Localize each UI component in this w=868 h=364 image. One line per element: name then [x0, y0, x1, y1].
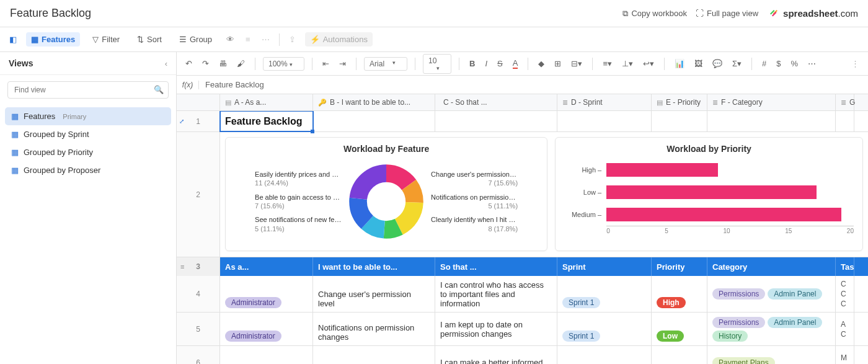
- cell-as[interactable]: Administrator: [220, 313, 313, 345]
- cell-priority[interactable]: [652, 346, 707, 364]
- more-format-icon[interactable]: ⋯: [805, 58, 818, 69]
- text-color-icon[interactable]: A: [510, 57, 521, 70]
- filter-button[interactable]: ▽ Filter: [87, 32, 125, 47]
- chart-legend-label: Notifications on permission...: [431, 193, 518, 202]
- column-header[interactable]: ▤E - Priority: [652, 94, 707, 110]
- sidebar-view-item[interactable]: ▦Grouped by Proposer: [5, 161, 171, 179]
- cell-category[interactable]: PermissionsAdmin Panel: [707, 276, 836, 312]
- column-header[interactable]: ≣D - Sprint: [557, 94, 652, 110]
- zoom-select[interactable]: 100% ▾: [263, 57, 304, 71]
- cell-as[interactable]: [220, 346, 313, 364]
- percent-icon[interactable]: %: [789, 58, 801, 69]
- share-icon[interactable]: ⇪: [287, 33, 298, 46]
- cell-category[interactable]: Payment Plans: [707, 346, 836, 364]
- column-header[interactable]: 🔑B - I want to be able to...: [313, 94, 435, 110]
- cell-sothat[interactable]: I am kept up to date on permission chang…: [435, 313, 557, 345]
- row-number[interactable]: 4: [177, 276, 220, 312]
- cell-priority[interactable]: High: [652, 276, 707, 312]
- table-header-cell[interactable]: As a...: [220, 257, 313, 276]
- table-header-cell[interactable]: I want to be able to...: [313, 257, 435, 276]
- hide-fields-icon[interactable]: 👁: [224, 33, 236, 46]
- cell[interactable]: [435, 111, 557, 131]
- cell-sprint[interactable]: [557, 346, 652, 364]
- sort-button[interactable]: ⇅ Sort: [132, 32, 167, 47]
- comment-icon[interactable]: 💬: [710, 58, 725, 69]
- undo-icon[interactable]: ↶: [183, 58, 195, 69]
- cell-tasks[interactable]: AC: [836, 313, 854, 345]
- formula-input[interactable]: Feature Backlog: [199, 78, 868, 92]
- more-icon[interactable]: ⋯: [260, 33, 272, 46]
- fill-color-icon[interactable]: ◆: [536, 58, 547, 69]
- valign-icon[interactable]: ⊥▾: [619, 58, 636, 69]
- cell-want[interactable]: Notifications on permission changes: [313, 313, 435, 345]
- borders-icon[interactable]: ⊞: [552, 58, 564, 69]
- sidebar-view-item[interactable]: ▦FeaturesPrimary: [5, 107, 171, 125]
- cell-sprint[interactable]: Sprint 1: [557, 276, 652, 312]
- sidebar-view-item[interactable]: ▦Grouped by Sprint: [5, 125, 171, 143]
- column-header[interactable]: C - So that ...: [435, 94, 557, 110]
- bold-icon[interactable]: B: [467, 58, 477, 69]
- cell-want[interactable]: Clearly identify when I hit a: [313, 346, 435, 364]
- column-header[interactable]: ▤A - As a...: [220, 94, 313, 110]
- merge-icon[interactable]: ⊟▾: [569, 58, 585, 69]
- column-header[interactable]: ≣G: [836, 94, 854, 110]
- row-number[interactable]: 6: [177, 346, 220, 364]
- row-height-icon[interactable]: ≡: [244, 33, 252, 46]
- cell-priority[interactable]: Low: [652, 313, 707, 345]
- menu-icon[interactable]: ⋮: [849, 58, 862, 69]
- table-header-cell[interactable]: Tas: [836, 257, 854, 276]
- cell-category[interactable]: PermissionsAdmin PanelHistory: [707, 313, 836, 345]
- redo-icon[interactable]: ↷: [200, 58, 211, 69]
- halign-icon[interactable]: ≡▾: [600, 58, 614, 69]
- cell-sothat[interactable]: I can make a better informed: [435, 346, 557, 364]
- cell-sprint[interactable]: Sprint 1: [557, 313, 652, 345]
- cell[interactable]: [313, 111, 435, 131]
- cell[interactable]: [707, 111, 836, 131]
- table-header-cell[interactable]: Category: [707, 257, 836, 276]
- expand-icon[interactable]: ⤢: [179, 118, 184, 125]
- table-header-cell[interactable]: Sprint: [557, 257, 652, 276]
- font-select[interactable]: Arial ▾: [364, 57, 407, 71]
- row-number[interactable]: 2: [177, 132, 220, 257]
- automations-label: Automations: [323, 35, 368, 44]
- table-header-cell[interactable]: So that ...: [435, 257, 557, 276]
- fontsize-select[interactable]: 10 ▾: [423, 54, 451, 74]
- cell[interactable]: [652, 111, 707, 131]
- wrap-icon[interactable]: ↩▾: [640, 58, 657, 69]
- functions-icon[interactable]: Σ▾: [730, 58, 744, 69]
- task-initial: C: [841, 290, 846, 298]
- paint-format-icon[interactable]: 🖌: [234, 58, 247, 69]
- full-page-view-button[interactable]: ⛶ Full page view: [696, 9, 758, 19]
- group-button[interactable]: ☰ Group: [174, 32, 217, 47]
- row-number[interactable]: ≡3: [177, 257, 220, 276]
- sidebar-toggle-icon[interactable]: ◧: [7, 33, 19, 46]
- sidebar-view-item[interactable]: ▦Grouped by Priority: [5, 143, 171, 161]
- italic-icon[interactable]: I: [482, 58, 490, 69]
- cell-as[interactable]: Administrator: [220, 276, 313, 312]
- currency-icon[interactable]: $: [774, 58, 783, 69]
- collapse-sidebar-icon[interactable]: ‹: [165, 59, 167, 68]
- cell[interactable]: [557, 111, 652, 131]
- strike-icon[interactable]: S: [495, 58, 505, 69]
- cell-want[interactable]: Change user's permission level: [313, 276, 435, 312]
- automations-button[interactable]: ⚡ Automations: [305, 32, 373, 47]
- cell-tasks[interactable]: CCC: [836, 276, 854, 312]
- number-format-icon[interactable]: #: [760, 58, 769, 69]
- outdent-icon[interactable]: ⇤: [320, 58, 332, 69]
- title-cell[interactable]: Feature Backlog: [220, 111, 313, 131]
- features-view-button[interactable]: ▦ Features: [26, 32, 80, 47]
- image-icon[interactable]: 🖼: [692, 58, 705, 69]
- table-header-cell[interactable]: Priority: [652, 257, 707, 276]
- print-icon[interactable]: 🖶: [216, 58, 229, 69]
- cell-sothat[interactable]: I can control who has access to importan…: [435, 276, 557, 312]
- chart-icon[interactable]: 📊: [672, 58, 687, 69]
- cell-tasks[interactable]: MIc: [836, 346, 854, 364]
- features-view-label: Features: [42, 35, 75, 44]
- row-number[interactable]: ⤢1: [177, 111, 220, 131]
- row-number[interactable]: 5: [177, 313, 220, 345]
- column-header[interactable]: ≣F - Category: [707, 94, 836, 110]
- indent-icon[interactable]: ⇥: [337, 58, 348, 69]
- cell[interactable]: [836, 111, 854, 131]
- find-view-input[interactable]: [7, 81, 169, 99]
- copy-workbook-button[interactable]: ⧉ Copy workbook: [622, 9, 687, 19]
